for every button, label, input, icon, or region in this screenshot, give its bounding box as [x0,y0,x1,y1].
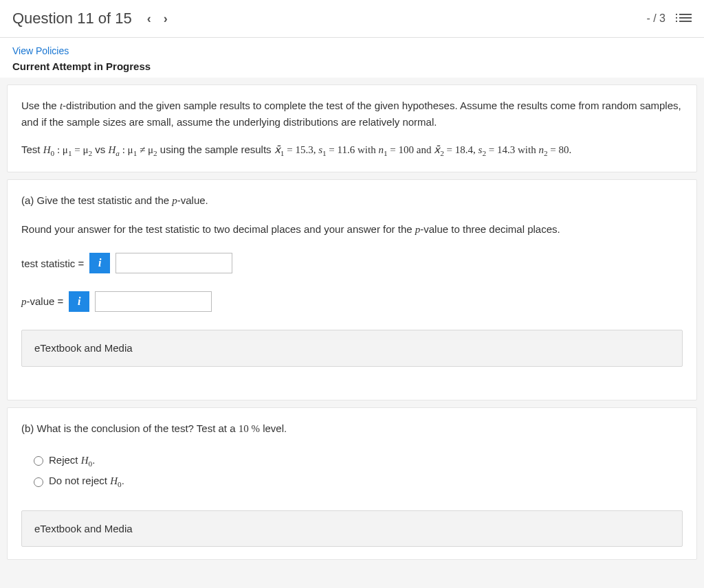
instructions-para1: Use the t-distribution and the given sam… [21,98,683,131]
part-b-label: (b) What is the conclusion of the test? … [21,420,683,437]
xbar: x̄ [434,144,440,155]
attempt-status: Current Attempt in Progress [12,60,692,72]
text: : μ [54,144,68,155]
text: . [92,454,95,466]
text: = μ [72,144,89,155]
text: level. [260,422,287,434]
p-value-input[interactable] [95,291,212,312]
h-var: H [43,144,51,155]
subheader: View Policies Current Attempt in Progres… [0,38,704,78]
text: ≠ μ [137,144,153,155]
text: -value = [27,295,64,307]
header-right: - / 3 [646,12,692,25]
etextbook-button[interactable]: eTextbook and Media [21,330,683,366]
text: (b) What is the conclusion of the test? … [21,422,239,434]
radio-do-not-reject[interactable]: Do not reject H0. [34,473,683,490]
text: -value to three decimal places. [420,223,560,235]
text: using the sample results [157,144,274,155]
part-a-label: (a) Give the test statistic and the p-va… [21,192,683,209]
radio-do-not-reject-label: Do not reject H0. [49,473,124,490]
text: Reject [49,454,81,466]
text: . [122,475,124,486]
text: = 80. [548,144,572,155]
text: vs [92,144,108,155]
test-statistic-row: test statistic = i [21,253,683,273]
text: -distribution and the given sample resul… [21,100,681,128]
question-title: Question 11 of 15 [12,10,132,27]
p-value-label: p-value = [21,293,63,310]
header-left: Question 11 of 15 ‹ › [12,10,170,27]
text: -value. [177,194,208,206]
test-statistic-label: test statistic = [21,256,84,271]
question-header: Question 11 of 15 ‹ › - / 3 [0,0,704,38]
conclusion-radio-group: Reject H0. Do not reject H0. [34,452,683,491]
text: = 18.4, [444,144,478,155]
radio-reject-label: Reject H0. [49,452,95,470]
info-icon[interactable]: i [89,253,110,273]
part-b-panel: (b) What is the conclusion of the test? … [7,407,697,560]
radio-do-not-reject-input[interactable] [34,477,43,487]
p-value-row: p-value = i [21,291,683,312]
info-icon[interactable]: i [69,291,89,312]
test-statistic-input[interactable] [116,253,232,273]
etextbook-button[interactable]: eTextbook and Media [21,510,683,547]
text: = 15.3, [284,144,318,155]
text: Do not reject [49,475,110,486]
text: = 11.6 with [327,144,379,155]
radio-reject[interactable]: Reject H0. [34,452,683,470]
part-a-panel: (a) Give the test statistic and the p-va… [7,179,697,400]
view-policies-link[interactable]: View Policies [12,45,69,56]
next-question-button[interactable]: › [161,12,170,26]
n-var: n [378,144,384,155]
radio-reject-input[interactable] [34,456,43,466]
instructions-panel: Use the t-distribution and the given sam… [7,84,697,172]
xbar: x̄ [274,144,280,155]
p-var: p [172,195,177,206]
text: Use the [21,100,60,111]
h-var: H [108,144,116,155]
h-var: H [81,455,89,466]
h-var: H [110,475,118,486]
part-a-round-instruction: Round your answer for the test statistic… [21,221,683,238]
question-list-icon[interactable] [679,14,692,23]
instructions-para2: Test H0 : μ1 = μ2 vs Ha : μ1 ≠ μ2 using … [21,142,683,159]
text: Test [21,144,43,155]
prev-question-button[interactable]: ‹ [144,12,154,26]
nav-arrows: ‹ › [144,12,170,26]
text: (a) Give the test statistic and the [21,194,172,206]
text: : μ [120,144,133,155]
text: Round your answer for the test statistic… [21,223,415,235]
level: 10 % [239,423,260,434]
text: = 100 and [388,144,434,155]
p-var: p [21,296,27,307]
n-var: n [538,144,544,155]
score-display: - / 3 [646,12,666,25]
text: = 14.3 with [486,144,538,155]
